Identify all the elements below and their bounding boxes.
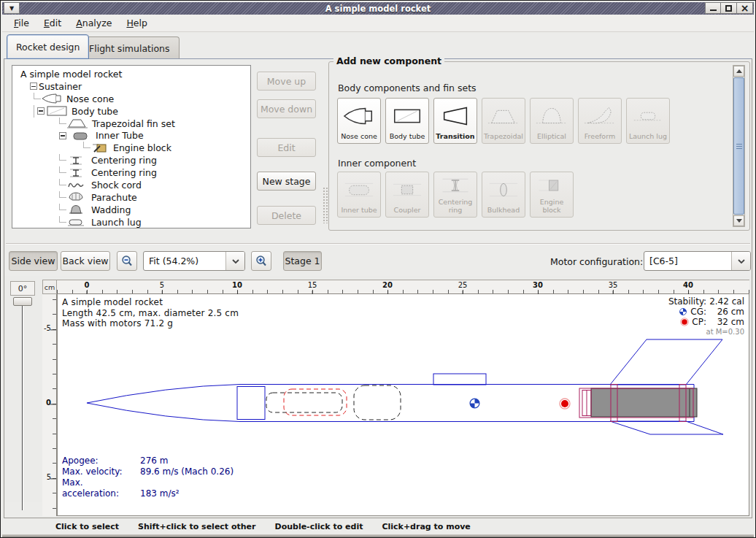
tree-item-inner-tube[interactable]: Inner Tube bbox=[12, 129, 250, 142]
tree-item-trapezoidal-fin-set[interactable]: Trapezoidal fin set bbox=[12, 118, 250, 130]
tree-item-nose-cone[interactable]: Nose cone bbox=[12, 93, 250, 105]
add-centering-ring-button[interactable]: Centering ring bbox=[433, 172, 477, 218]
move-up-button[interactable]: Move up bbox=[257, 72, 316, 91]
rotation-slider-handle[interactable] bbox=[13, 297, 32, 306]
inner-tube-icon bbox=[342, 172, 376, 207]
collapse-icon[interactable] bbox=[30, 82, 37, 90]
freeform-fin-icon bbox=[583, 99, 617, 133]
maximize-button[interactable] bbox=[721, 2, 737, 14]
add-elliptical-fin-button[interactable]: Elliptical bbox=[530, 98, 574, 144]
zoom-out-button[interactable] bbox=[117, 251, 137, 271]
add-transition-button[interactable]: Transition bbox=[433, 98, 477, 144]
tree-item-launch-lug[interactable]: Launch lug bbox=[12, 216, 250, 228]
add-launch-lug-button[interactable]: Launch lug bbox=[626, 98, 670, 144]
window-title: A simple model rocket bbox=[2, 4, 754, 14]
horizontal-ruler: 0 5 10 15 20 25 30 35 40 bbox=[57, 280, 749, 294]
inner-component-label: Inner component bbox=[338, 158, 416, 169]
max-velocity-label: Max. velocity: bbox=[62, 466, 140, 477]
menu-analyze[interactable]: Analyze bbox=[70, 15, 117, 31]
cp-value: 32 cm bbox=[709, 317, 744, 327]
tab-flight-simulations[interactable]: Flight simulations bbox=[80, 36, 180, 59]
centering-ring-icon bbox=[439, 172, 472, 199]
component-scrollbar[interactable] bbox=[733, 65, 745, 227]
menu-file[interactable]: File bbox=[8, 15, 35, 31]
add-new-component-group: Add new component Body components and fi… bbox=[328, 61, 750, 231]
application-window: ▼ A simple model rocket × File Edit Anal… bbox=[0, 0, 756, 538]
add-freeform-fin-button[interactable]: Freeform bbox=[578, 98, 622, 144]
scroll-down-button[interactable] bbox=[733, 215, 744, 226]
add-trapezoidal-fin-button[interactable]: Trapezoidal bbox=[482, 98, 525, 144]
body-tube-icon bbox=[46, 105, 68, 117]
motor-configuration-combo[interactable]: [C6-5] bbox=[644, 251, 751, 271]
add-bulkhead-button[interactable]: Bulkhead bbox=[482, 172, 525, 218]
add-nose-cone-button[interactable]: Nose cone bbox=[337, 98, 381, 144]
stability-info: Stability: 2.42 cal CG: 26 cm CP: 32 cm … bbox=[668, 296, 744, 336]
tab-rocket-design[interactable]: Rocket design bbox=[7, 34, 89, 59]
delete-button[interactable]: Delete bbox=[257, 206, 316, 225]
close-icon: × bbox=[741, 4, 749, 12]
hint-double-click: Double-click to edit bbox=[275, 522, 363, 531]
status-bar: Click to select Shift+click to select ot… bbox=[2, 520, 754, 534]
launch-lug-icon bbox=[631, 99, 665, 133]
hint-click-drag: Click+drag to move bbox=[382, 522, 470, 531]
add-inner-tube-button[interactable]: Inner tube bbox=[337, 172, 381, 218]
tree-item-centering-ring-1[interactable]: Centering ring bbox=[12, 154, 250, 166]
side-view-button[interactable]: Side view bbox=[9, 251, 58, 271]
close-button[interactable]: × bbox=[737, 2, 753, 14]
elliptical-fin-icon bbox=[535, 99, 568, 133]
coupler-icon bbox=[390, 172, 424, 207]
title-bar[interactable]: ▼ A simple model rocket × bbox=[2, 2, 754, 15]
collapse-icon[interactable] bbox=[37, 107, 45, 115]
ruler-unit-label: cm bbox=[42, 280, 57, 294]
zoom-level-combo[interactable]: Fit (54.2%) bbox=[143, 251, 245, 271]
body-tube-icon bbox=[390, 99, 424, 133]
zoom-in-button[interactable] bbox=[251, 251, 271, 271]
nose-cone-icon bbox=[41, 93, 63, 104]
motor-configuration-value: [C6-5] bbox=[644, 255, 731, 266]
max-acceleration-label: Max. acceleration: bbox=[62, 477, 140, 499]
max-velocity-value: 89.6 m/s (Mach 0.26) bbox=[140, 466, 234, 477]
rocket-design-panel: A simple model rocket Sustainer Nose con… bbox=[4, 58, 752, 518]
tree-item-body-tube[interactable]: Body tube bbox=[12, 105, 250, 118]
tree-item-shock-cord[interactable]: Shock cord bbox=[12, 179, 250, 191]
scrollbar-thumb[interactable] bbox=[733, 77, 744, 215]
add-coupler-button[interactable]: Coupler bbox=[385, 172, 429, 218]
add-engine-block-button[interactable]: Engine block bbox=[530, 172, 574, 218]
scroll-up-button[interactable] bbox=[733, 66, 744, 77]
collapse-icon[interactable] bbox=[59, 132, 66, 139]
rocket-canvas[interactable]: A simple model rocket Length 42.5 cm, ma… bbox=[57, 294, 749, 516]
magnifier-plus-icon bbox=[255, 255, 268, 268]
zoom-level-value: Fit (54.2%) bbox=[144, 255, 225, 266]
tree-root[interactable]: A simple model rocket bbox=[12, 68, 250, 80]
engine-block-icon bbox=[90, 142, 109, 154]
new-stage-button[interactable]: New stage bbox=[257, 172, 316, 191]
centering-ring-icon bbox=[66, 155, 85, 166]
cg-value: 26 cm bbox=[709, 307, 744, 317]
launch-lug-icon bbox=[66, 216, 85, 228]
trapezoidal-fin-icon bbox=[487, 99, 520, 133]
cg-label: CG: bbox=[690, 307, 706, 317]
edit-button[interactable]: Edit bbox=[257, 138, 316, 157]
tree-item-sustainer[interactable]: Sustainer bbox=[12, 80, 250, 93]
tree-item-wadding[interactable]: Wadding bbox=[12, 204, 250, 216]
menu-help[interactable]: Help bbox=[120, 15, 153, 31]
tree-item-centering-ring-2[interactable]: Centering ring bbox=[12, 166, 250, 179]
arrow-down-icon bbox=[736, 219, 742, 223]
minimize-button[interactable] bbox=[705, 2, 721, 14]
rocket-dimensions: Length 42.5 cm, max. diameter 2.5 cm bbox=[62, 308, 239, 319]
add-body-tube-button[interactable]: Body tube bbox=[385, 98, 429, 144]
rotation-slider-track[interactable] bbox=[22, 306, 23, 510]
tree-item-engine-block[interactable]: Engine block bbox=[12, 142, 250, 154]
back-view-button[interactable]: Back view bbox=[61, 251, 110, 271]
trapezoidal-fin-icon bbox=[66, 118, 88, 129]
window-resize-edge[interactable] bbox=[2, 534, 754, 537]
shock-cord-icon bbox=[66, 179, 85, 191]
move-down-button[interactable]: Move down bbox=[257, 99, 316, 118]
menu-edit[interactable]: Edit bbox=[38, 15, 67, 31]
stage-1-button[interactable]: Stage 1 bbox=[283, 251, 322, 271]
tree-item-parachute[interactable]: Parachute bbox=[12, 191, 250, 204]
stability-value: 2.42 cal bbox=[709, 296, 744, 307]
cp-marker-icon bbox=[680, 318, 689, 326]
magnifier-minus-icon bbox=[120, 255, 134, 268]
component-tree[interactable]: A simple model rocket Sustainer Nose con… bbox=[12, 65, 251, 228]
